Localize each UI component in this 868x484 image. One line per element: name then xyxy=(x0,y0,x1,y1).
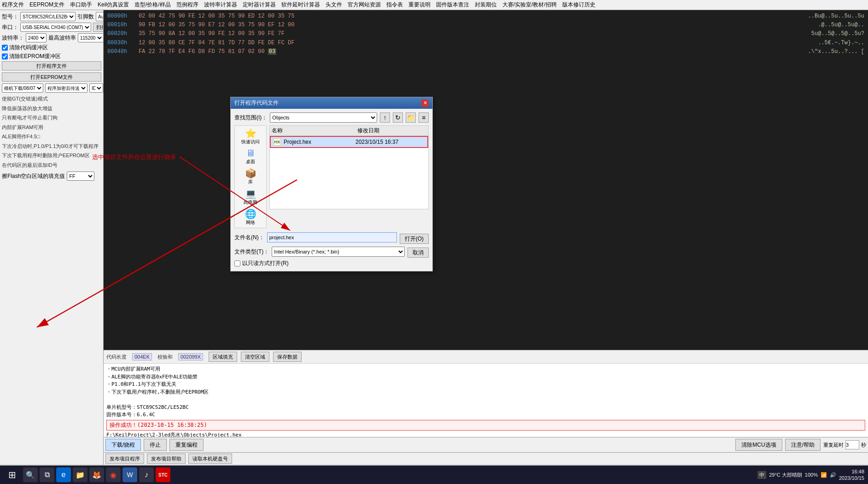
publish-help-button[interactable]: 发布项目帮助 xyxy=(147,454,186,464)
taskbar-time: 16:48 2023/10/15 xyxy=(839,468,864,482)
help-button[interactable]: 注意/帮助 xyxy=(785,439,821,451)
modal-readonly-row: 以只读方式打开(R) xyxy=(234,260,429,267)
download-program-button[interactable]: 下载/烧程 xyxy=(105,439,141,451)
modal-filetype-row: 文件类型(T)： Intel Hex/Binary (*.hex; *.bin)… xyxy=(234,246,429,258)
modal-close-button[interactable]: ✕ xyxy=(421,100,429,107)
menu-item-baud[interactable]: 波特率计算器 xyxy=(204,1,237,9)
menu-item-package[interactable]: 封装期位 xyxy=(475,1,497,9)
file-item-name: Project.hex xyxy=(284,139,355,145)
clear-eeprom-checkbox[interactable] xyxy=(2,53,8,59)
taskbar-edge-icon[interactable]: e xyxy=(56,467,71,482)
clear-area-button[interactable]: 清空区域 xyxy=(241,352,269,362)
log-line-3: ・下次下载用户程序时,不删除用户EEPROM区 xyxy=(106,389,865,396)
menu-item-keil[interactable]: Keil仿真设置 xyxy=(98,1,129,9)
menu-item-header[interactable]: 头文件 xyxy=(326,1,342,9)
baud-label: 波特率： xyxy=(2,34,24,42)
clear-eeprom-row: 清除EEPROM缓冲区 xyxy=(2,53,101,60)
menu-item-example[interactable]: 范例程序 xyxy=(176,1,198,9)
modal-title: 打开程序代码文件 xyxy=(234,99,279,107)
sidebar-desktop[interactable]: 🖥 桌面 xyxy=(246,148,255,165)
taskbar-firefox-icon[interactable]: 🦊 xyxy=(89,467,104,482)
hex-line-1: 00010h 90 FB 12 00 35 75 90 E7 12 00 35 … xyxy=(107,21,864,30)
clear-code-checkbox[interactable] xyxy=(2,45,8,51)
log-line-1: ・ALE脚的功能寄存器0xFE中ALE功能禁 xyxy=(106,373,865,381)
hex-line-2: 00020h 35 75 90 8A 12 00 35 90 FE 12 00 … xyxy=(107,30,864,38)
taskbar-lang[interactable]: 中 xyxy=(757,471,766,479)
max-baud-label: 最高波特率 xyxy=(48,34,76,42)
start-button[interactable]: ⊞ xyxy=(4,466,20,483)
menu-item-eeprom[interactable]: EEPROM文件 xyxy=(29,1,64,9)
modal-filename-row: 文件名(N)： 打开(O) xyxy=(234,231,429,244)
menu-item-prog[interactable]: 程序文件 xyxy=(2,1,24,9)
clear-mcuid-button[interactable]: 清除MCU选项 xyxy=(735,439,782,451)
info-ram: 内部扩展RAM可用 xyxy=(2,124,101,131)
repeat-input[interactable] xyxy=(845,440,859,449)
sidebar-quick-access[interactable]: ⭐ 快速访问 xyxy=(241,128,260,145)
modal-body: 查找范围(I)： Objects ↑ ↻ 📁 ≡ ⭐ 快速访问 xyxy=(231,109,432,271)
info-coldboot: 下次冷启动时,P1.0/P1.1为0/0才可下载程序 xyxy=(2,142,101,150)
menu-item-timer[interactable]: 定时器计算器 xyxy=(243,1,276,9)
menu-item-firmware[interactable]: 固件版本查注 xyxy=(436,1,469,9)
info-gt: 使能GT(交错速)模式 xyxy=(2,95,101,103)
publish-program-button[interactable]: 发布项目程序 xyxy=(105,454,144,464)
fill-select[interactable]: FF xyxy=(67,171,94,181)
taskbar-stc-icon[interactable]: STC xyxy=(156,467,170,482)
taskbar-battery: 100% xyxy=(805,472,818,478)
modal-cancel-button[interactable]: 取消 xyxy=(408,248,429,258)
sidebar-computer[interactable]: 💻 此电脑 xyxy=(244,188,257,206)
info-addid: 在代码区的最后添加ID号 xyxy=(2,161,101,169)
serial-row: 串口： USB-SERIAL CH340 (COM7) 扫描 xyxy=(2,23,101,32)
menu-item-serial[interactable]: 串口助手 xyxy=(70,1,92,9)
area-fill-button[interactable]: 区域填充 xyxy=(209,352,237,362)
max-baud-select[interactable]: 115200 xyxy=(78,33,104,42)
modal-filetype-select[interactable]: Intel Hex/Binary (*.hex; *.bin) xyxy=(272,247,405,257)
sidebar-network[interactable]: 🌐 网络 xyxy=(245,208,256,226)
read-disk-id-button[interactable]: 读取本机硬盘号 xyxy=(188,454,232,464)
taskbar-taskview-icon[interactable]: ⧉ xyxy=(40,467,54,482)
file-item-project-hex[interactable]: HX Project.hex 2023/10/15 16:37 xyxy=(270,136,428,148)
clear-eeprom-label: 清除EEPROM缓冲区 xyxy=(9,53,61,60)
checksum-label: 校验和 xyxy=(157,354,173,360)
sidebar-library[interactable]: 📦 库 xyxy=(245,168,256,185)
taskbar-chrome-icon[interactable]: ◉ xyxy=(106,467,121,482)
modal-search-select[interactable]: Objects xyxy=(270,112,377,123)
fill-row: 擦Flash空白区域的填充值 FF xyxy=(2,171,101,181)
log-firmware-version: 固件版本号：6.6.4C xyxy=(106,411,865,419)
menu-item-website[interactable]: 官方网站资源 xyxy=(348,1,381,9)
serial-select[interactable]: USB-SERIAL CH340 (COM7) xyxy=(20,23,91,32)
repeat-row: 重复延时 秒 xyxy=(823,440,866,449)
taskbar-pinned-icons: 🔍 ⧉ e 📁 🦊 ◉ W ♪ STC xyxy=(23,467,170,482)
readonly-checkbox[interactable] xyxy=(234,260,240,266)
download-mode-select[interactable]: 模机下载/08/07 xyxy=(2,83,43,93)
modal-nav-new-folder[interactable]: 📁 xyxy=(406,112,416,123)
modal-filename-input[interactable] xyxy=(267,232,397,242)
encrypt-select[interactable]: 程序加密后传送 xyxy=(45,83,87,93)
save-data-button[interactable]: 保存数据 xyxy=(273,352,302,362)
taskbar-folder-icon[interactable]: 📁 xyxy=(73,467,87,482)
taskbar-word-icon[interactable]: W xyxy=(122,467,137,482)
modal-open-button[interactable]: 打开(O) xyxy=(400,234,429,244)
code-length-value: 004EK xyxy=(132,353,152,360)
modal-nav-up[interactable]: ↑ xyxy=(380,112,390,123)
chip-select[interactable]: STC89C52RC/LE52BC xyxy=(20,12,76,21)
left-panel: 型号： STC89C52RC/LE52BC 引脚数 Auto 串口： USB-S… xyxy=(0,10,104,465)
menu-item-instruct[interactable]: 指令表 xyxy=(386,1,403,9)
menu-item-history[interactable]: 版本修订历史 xyxy=(562,1,595,9)
open-prog-file-button[interactable]: 打开程序文件 xyxy=(2,61,101,71)
open-eeprom-file-button[interactable]: 打开EEPROM文件 xyxy=(2,72,101,82)
menu-item-notes[interactable]: 重要说明 xyxy=(408,1,431,9)
baud-select[interactable]: 2400 xyxy=(26,33,47,42)
re-prog-button[interactable]: 重复编程 xyxy=(169,439,204,451)
menu-item-model[interactable]: 造型/价格/样品 xyxy=(134,1,171,9)
menu-item-contest[interactable]: 大赛/实验室/教材/招聘 xyxy=(502,1,557,9)
modal-nav-refresh[interactable]: ↻ xyxy=(393,112,403,123)
scan-button[interactable]: 扫描 xyxy=(93,23,104,32)
stop-button[interactable]: 停止 xyxy=(144,439,167,451)
taskbar-music-icon[interactable]: ♪ xyxy=(139,467,154,482)
ref-select[interactable]: Auto xyxy=(96,12,104,21)
modal-nav-view[interactable]: ≡ xyxy=(419,112,429,123)
taskbar-search-icon[interactable]: 🔍 xyxy=(23,467,38,482)
log-success-message: 操作成功！(2023-10-15 16:38:25) xyxy=(106,420,865,431)
menu-item-delay[interactable]: 软件延时计算器 xyxy=(281,1,320,9)
id-select[interactable]: ID# xyxy=(89,83,103,93)
